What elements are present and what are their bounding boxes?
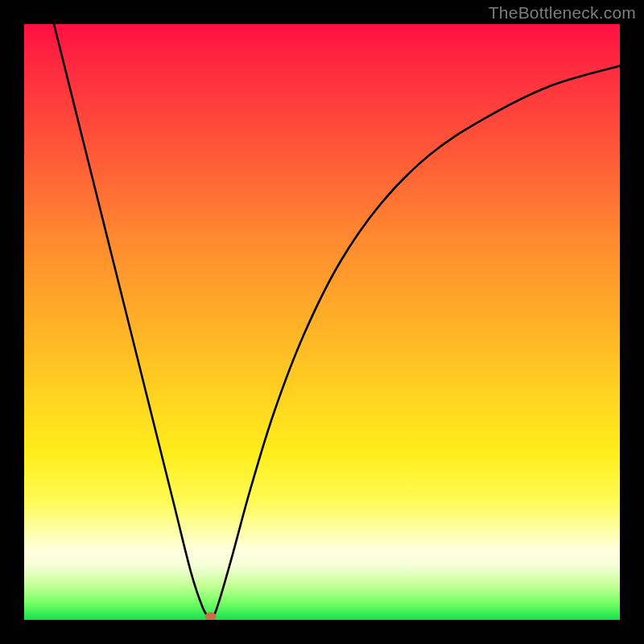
plot-area xyxy=(24,24,620,620)
watermark-text: TheBottleneck.com xyxy=(489,3,636,23)
chart-frame: TheBottleneck.com xyxy=(0,0,644,644)
chart-svg xyxy=(24,24,620,620)
curve-line xyxy=(54,24,620,620)
